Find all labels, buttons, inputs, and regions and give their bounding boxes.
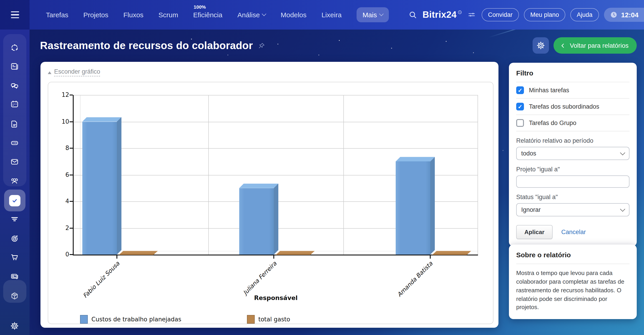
chevron-down-icon <box>262 11 266 16</box>
legend-item: total gasto <box>247 315 290 324</box>
sidebar-item-market[interactable] <box>10 291 19 301</box>
topbar-buttons: ConvidarMeu planoAjuda <box>482 8 599 21</box>
filter-checkbox-row[interactable]: ✓Tarefas dos subordinados <box>516 99 630 115</box>
ajuda-button[interactable]: Ajuda <box>570 8 599 21</box>
cancel-link[interactable]: Cancelar <box>561 229 586 236</box>
nav-item-lixeira[interactable]: Lixeira <box>322 11 342 19</box>
nav-item-análise[interactable]: Análise <box>238 11 266 19</box>
apply-button[interactable]: Aplicar <box>516 225 552 239</box>
checkbox-unchecked[interactable] <box>516 119 524 127</box>
filter-checkbox-row[interactable]: Tarefas do Grupo <box>516 115 630 131</box>
shop-icon <box>10 253 19 262</box>
tasks-icon <box>9 195 20 206</box>
market-icon <box>10 291 19 301</box>
messenger-icon <box>10 81 19 90</box>
sidebar-item-crm-funnel[interactable] <box>10 215 19 224</box>
nav-item-mais[interactable]: Mais <box>356 7 389 22</box>
left-sidebar <box>0 29 30 335</box>
clock-icon <box>610 11 618 19</box>
nav-item-tarefas[interactable]: Tarefas <box>46 11 68 19</box>
calendar-icon <box>10 99 19 109</box>
bar-spent-2[interactable] <box>276 251 315 255</box>
y-axis-tick-label: 12 <box>51 91 69 99</box>
nav-item-scrum[interactable]: Scrum <box>158 11 178 19</box>
clock-widget[interactable]: 12:04 <box>604 8 644 22</box>
y-axis-tick-label: 2 <box>51 224 69 232</box>
logo-text: Bitrix24 <box>422 9 456 20</box>
bitrix24-report-page: TarefasProjetosFluxosScrumEficiência100%… <box>0 0 644 335</box>
convidar-button[interactable]: Convidar <box>482 8 519 21</box>
chevron-down-icon <box>620 207 625 212</box>
nav-item-eficiência[interactable]: Eficiência100% <box>193 11 222 19</box>
period-label: Relatório relativo ao período <box>516 137 630 144</box>
report-settings-button[interactable] <box>532 37 549 54</box>
sidebar-item-messenger[interactable] <box>10 81 19 90</box>
pin-icon[interactable] <box>258 41 266 49</box>
back-button-label: Voltar para relatórios <box>570 42 628 49</box>
chevron-down-icon <box>620 150 625 155</box>
menu-toggle-button[interactable] <box>0 0 30 29</box>
bar-spent-1[interactable] <box>119 251 158 255</box>
about-title: Sobre o relatório <box>516 251 630 264</box>
bar-spent-3[interactable] <box>432 251 471 255</box>
nav-item-modelos[interactable]: Modelos <box>280 11 306 19</box>
y-axis-tick-label: 4 <box>51 198 69 205</box>
checkbox-checked[interactable]: ✓ <box>516 86 524 94</box>
settings-icon <box>10 321 19 331</box>
feed-icon <box>10 62 19 71</box>
sidebar-item-marketing[interactable] <box>10 234 19 243</box>
sidebar-item-shop[interactable] <box>10 253 19 262</box>
nav-item-projetos[interactable]: Projetos <box>83 11 108 19</box>
sidebar-item-calendar[interactable] <box>10 99 19 109</box>
hide-chart-toggle[interactable]: Esconder gráfico <box>48 68 100 76</box>
meu-plano-button[interactable]: Meu plano <box>524 8 565 21</box>
page-title: Rastreamento de recursos do colaborador <box>40 39 253 52</box>
filter-title: Filtro <box>516 69 630 82</box>
checkbox-checked[interactable]: ✓ <box>516 103 524 110</box>
filter-checkboxes: ✓Minhas tarefas✓Tarefas dos subordinados… <box>516 82 630 131</box>
sidebar-item-employees[interactable] <box>10 176 19 185</box>
bar-planned-3[interactable] <box>396 157 435 255</box>
category-label: Fabio Luiz Sousa <box>82 260 121 299</box>
filter-checkbox-row[interactable]: ✓Minhas tarefas <box>516 82 630 99</box>
employees-icon <box>10 176 19 185</box>
bar-planned-1[interactable] <box>82 117 122 255</box>
legend-swatch <box>247 315 255 324</box>
category-label: Amanda Batista <box>396 260 434 298</box>
status-select-value: Ignorar <box>521 206 541 213</box>
period-select[interactable]: todos <box>516 147 630 160</box>
marketing-icon <box>10 234 19 243</box>
crm-funnel-icon <box>10 215 19 224</box>
documents-icon <box>10 120 19 129</box>
drive-icon <box>10 138 19 147</box>
chart-card: Esconder gráfico Responsável 024681012Fa… <box>40 62 498 328</box>
sliders-icon[interactable] <box>467 10 477 19</box>
sidebar-item-mail[interactable] <box>10 157 19 166</box>
project-input[interactable] <box>516 175 630 188</box>
legend-item: Custos de trabalho planejadas <box>80 315 181 324</box>
status-select[interactable]: Ignorar <box>516 203 630 216</box>
sidebar-item-drive[interactable] <box>10 138 19 147</box>
sidebar-item-feed[interactable] <box>10 62 19 71</box>
sidebar-item-settings[interactable] <box>10 321 19 331</box>
gear-icon <box>536 41 545 50</box>
back-to-reports-button[interactable]: Voltar para relatórios <box>554 37 637 54</box>
checkbox-label: Tarefas do Grupo <box>529 120 576 126</box>
efficiency-badge: 100% <box>194 4 206 9</box>
triangle-up-icon <box>48 70 52 74</box>
sidebar-item-tasks[interactable] <box>4 190 26 211</box>
search-icon[interactable] <box>408 10 418 19</box>
sidebar-item-intranet[interactable] <box>10 43 19 52</box>
bitrix24-logo[interactable]: Bitrix24 <box>422 9 462 20</box>
intranet-icon <box>10 43 19 52</box>
y-axis-tick-label: 0 <box>51 251 69 258</box>
main-nav: TarefasProjetosFluxosScrumEficiência100%… <box>46 7 389 22</box>
legend-label: total gasto <box>258 316 290 323</box>
sidebar-item-documents[interactable] <box>10 120 19 129</box>
mail-icon <box>10 157 19 166</box>
bar-chart-plot: Responsável 024681012Fabio Luiz SousaJul… <box>73 95 478 256</box>
topbar-right: Bitrix24 ConvidarMeu planoAjuda 12:04 <box>408 8 644 22</box>
nav-item-fluxos[interactable]: Fluxos <box>123 11 143 19</box>
sidebar-item-contact-center[interactable] <box>10 272 19 281</box>
bar-planned-2[interactable] <box>239 184 278 255</box>
